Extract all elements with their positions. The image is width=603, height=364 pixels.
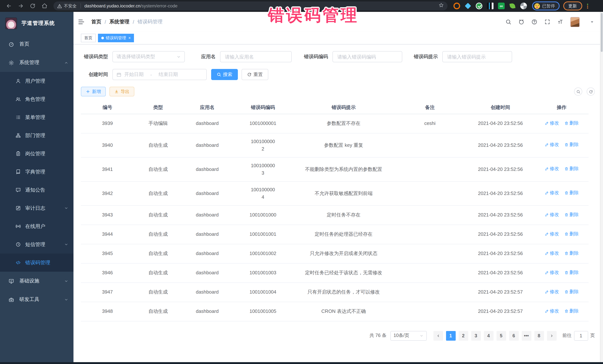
page-button-4[interactable]: 4: [484, 331, 493, 341]
sidebar-item-error-code[interactable]: 错误码管理: [0, 254, 73, 272]
extension-orange-icon[interactable]: [453, 3, 460, 9]
error-code-field[interactable]: [333, 51, 402, 62]
extension-on-icon[interactable]: on: [498, 3, 505, 9]
extension-columns-icon[interactable]: [487, 3, 494, 9]
more-pages-button[interactable]: •••: [522, 331, 531, 341]
browser-update-button[interactable]: 更新: [563, 1, 582, 10]
help-icon[interactable]: [531, 19, 538, 25]
refresh-table-button[interactable]: [587, 88, 595, 96]
delete-link[interactable]: 删除: [564, 190, 579, 197]
delete-link[interactable]: 删除: [564, 269, 579, 276]
sidebar-item-role[interactable]: 角色管理: [0, 90, 73, 108]
delete-link[interactable]: 删除: [564, 141, 579, 148]
reload-icon[interactable]: [29, 2, 36, 10]
sidebar-item-infra[interactable]: 基础设施: [0, 272, 73, 290]
reset-button[interactable]: 重置: [242, 69, 268, 80]
search-button[interactable]: 搜索: [211, 69, 238, 80]
address-bar[interactable]: 不安全 dashboard.yudao.iocoder.cn/system/er…: [53, 1, 448, 10]
edit-link[interactable]: 修改: [545, 269, 559, 276]
delete-link[interactable]: 删除: [564, 231, 579, 238]
security-label: 不安全: [64, 3, 77, 9]
page-size-select[interactable]: 10条/页: [390, 331, 427, 341]
tag-close-icon[interactable]: ×: [128, 36, 131, 40]
page-button-2[interactable]: 2: [458, 331, 468, 341]
edit-link[interactable]: 修改: [545, 288, 559, 295]
sidebar-item-system[interactable]: 系统管理: [0, 53, 73, 72]
breadcrumb-item[interactable]: 系统管理: [109, 19, 129, 25]
tag-active[interactable]: 错误码管理×: [98, 34, 134, 42]
app-logo[interactable]: 芋道管理系统: [0, 12, 73, 35]
export-button[interactable]: 导出: [109, 87, 134, 96]
user-avatar[interactable]: [570, 17, 580, 27]
back-arrow-icon[interactable]: [5, 2, 13, 10]
error-type-select[interactable]: 请选择错误码类型: [112, 51, 185, 62]
edit-link[interactable]: 修改: [545, 231, 559, 238]
add-button[interactable]: 新增: [81, 87, 106, 96]
delete-link[interactable]: 删除: [564, 288, 579, 295]
sidebar-item-user[interactable]: 用户管理: [0, 72, 73, 90]
error-hint-input[interactable]: [446, 54, 508, 60]
sidebar-item-online-user[interactable]: 在线用户: [0, 217, 73, 235]
next-page-button[interactable]: [547, 331, 557, 341]
trash-icon: [564, 191, 569, 195]
error-code-input[interactable]: [336, 54, 398, 60]
fullscreen-icon[interactable]: [544, 19, 551, 25]
edit-link[interactable]: 修改: [545, 211, 559, 218]
sidebar-item-menu[interactable]: 菜单管理: [0, 108, 73, 126]
page-button-1[interactable]: 1: [446, 331, 455, 341]
delete-link[interactable]: 删除: [564, 250, 579, 257]
edit-link[interactable]: 修改: [545, 141, 559, 148]
goto-page-input[interactable]: [574, 331, 588, 341]
sidebar-item-sms[interactable]: 短信管理: [0, 235, 73, 254]
page-button-5[interactable]: 5: [496, 331, 506, 341]
edit-link[interactable]: 修改: [545, 308, 559, 315]
delete-link[interactable]: 删除: [564, 120, 579, 127]
forward-arrow-icon[interactable]: [17, 2, 24, 10]
security-warning[interactable]: 不安全: [57, 3, 77, 9]
sidebar-item-dept[interactable]: 部门管理: [0, 126, 73, 144]
extension-check-icon[interactable]: [476, 3, 482, 9]
caret-down-icon[interactable]: [590, 20, 594, 24]
error-hint-field[interactable]: [442, 51, 512, 62]
app-name-field[interactable]: [220, 51, 292, 62]
date-range-picker[interactable]: 开始日期 - 结束日期: [112, 69, 207, 80]
extension-leaf-icon[interactable]: [510, 3, 515, 9]
paused-badge[interactable]: 已暂停: [532, 1, 559, 10]
hamburger-icon[interactable]: [78, 18, 85, 26]
edit-link[interactable]: 修改: [545, 165, 559, 173]
page-button-6[interactable]: 6: [509, 331, 519, 341]
delete-link[interactable]: 删除: [564, 308, 579, 315]
cell-actions: 修改删除: [535, 302, 589, 321]
extension-pinwheel-icon[interactable]: [520, 3, 527, 9]
scrollbar-thumb[interactable]: [601, 13, 603, 52]
breadcrumb-item[interactable]: 首页: [91, 19, 101, 25]
search-icon[interactable]: [505, 19, 512, 25]
sidebar-item-home[interactable]: 首页: [0, 35, 73, 53]
github-icon[interactable]: [518, 19, 525, 25]
sidebar-item-dict[interactable]: 字典管理: [0, 163, 73, 181]
show-search-button[interactable]: [574, 88, 582, 96]
refresh-icon: [247, 72, 252, 77]
page-scrollbar[interactable]: [600, 12, 603, 362]
browser-menu-icon[interactable]: [585, 3, 590, 9]
edit-link[interactable]: 修改: [545, 250, 559, 257]
delete-link[interactable]: 删除: [564, 211, 579, 218]
home-icon[interactable]: [41, 2, 48, 10]
sidebar-item-audit-log[interactable]: 审计日志: [0, 199, 73, 217]
sidebar-item-post[interactable]: 岗位管理: [0, 144, 73, 163]
cell-remark: [394, 157, 466, 181]
edit-link[interactable]: 修改: [545, 120, 559, 127]
app-name-input[interactable]: [224, 54, 288, 60]
prev-page-button[interactable]: [433, 331, 443, 341]
extension-gem-icon[interactable]: [465, 3, 471, 9]
sidebar-item-dev-tool[interactable]: 研发工具: [0, 290, 73, 309]
bookmark-star-icon[interactable]: [439, 3, 444, 9]
tag-item[interactable]: 首页: [81, 34, 96, 42]
sidebar-item-notice[interactable]: 通知公告: [0, 181, 73, 199]
delete-link[interactable]: 删除: [564, 165, 579, 173]
chevron-down-icon: [177, 55, 181, 59]
edit-link[interactable]: 修改: [545, 190, 559, 197]
page-button-8[interactable]: 8: [534, 331, 544, 341]
page-button-3[interactable]: 3: [471, 331, 481, 341]
font-size-icon[interactable]: [557, 19, 564, 25]
